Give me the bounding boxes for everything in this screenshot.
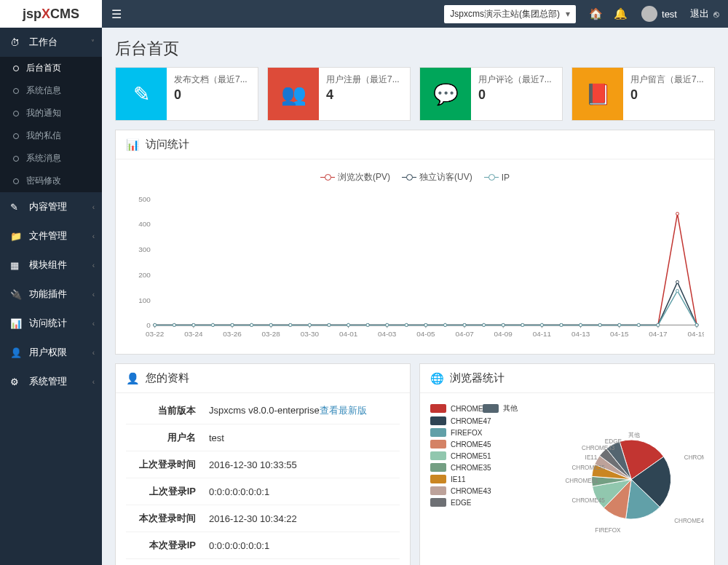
section-icon: ⏱ [10, 37, 23, 48]
pie-legend-swatch [430, 463, 446, 472]
legend-item[interactable]: 浏览次数(PV) [320, 171, 390, 183]
sidebar-section-2[interactable]: 📁文件管理‹ [0, 221, 102, 250]
stat-card-3[interactable]: 📕用户留言（最近7...0 [571, 67, 715, 121]
profile-value: 6 [206, 559, 400, 566]
svg-text:CHROME43: CHROME43 [582, 445, 615, 451]
latest-version-link[interactable]: 查看最新版 [320, 405, 367, 416]
stat-card-1[interactable]: 👥用户注册（最近7...4 [267, 67, 411, 121]
browser-stats-panel: 🌐 浏览器统计 CHROME其他CHROME47FIREFOXCHROME45C… [419, 363, 715, 565]
browser-stats-header: 🌐 浏览器统计 [420, 364, 714, 393]
svg-text:03-22: 03-22 [146, 330, 165, 338]
svg-point-101 [269, 323, 272, 326]
sidebar-section-6[interactable]: 👤用户权限‹ [0, 338, 102, 367]
pie-legend-label: CHROME45 [451, 440, 491, 449]
sidebar-item-0-0[interactable]: 后台首页 [0, 57, 102, 79]
pie-legend-item[interactable]: CHROME [430, 403, 483, 414]
profile-value: Jspxcms v8.0.0-enterprise查看最新版 [206, 398, 400, 424]
circle-icon [13, 156, 19, 162]
sidebar-item-label: 系统消息 [26, 152, 61, 165]
section-icon: 📁 [10, 231, 23, 242]
visit-stats-header: 📊 访问统计 [116, 130, 714, 159]
pie-legend-label: EDGE [451, 499, 471, 507]
legend-label: 独立访客(UV) [419, 171, 472, 183]
stat-card-title: 用户评论（最近7... [478, 74, 555, 86]
pie-legend-item[interactable]: EDGE [430, 498, 496, 507]
sidebar-item-0-2[interactable]: 我的通知 [0, 102, 102, 125]
pie-legend-item[interactable]: CHROME35 [430, 463, 496, 472]
user-icon: 👤 [126, 372, 140, 385]
main-content: 后台首页 ✎发布文档（最近7...0👥用户注册（最近7...4💬用户评论（最近7… [102, 0, 728, 565]
pie-legend-swatch [430, 416, 446, 425]
section-label: 工作台 [29, 36, 58, 49]
svg-point-93 [676, 280, 679, 283]
globe-icon: 🌐 [430, 372, 444, 385]
svg-point-116 [560, 323, 563, 326]
svg-point-112 [483, 323, 486, 326]
pie-legend-item[interactable]: CHROME47 [430, 416, 496, 425]
svg-text:IE11: IE11 [585, 454, 598, 461]
user-menu[interactable]: test [633, 6, 681, 22]
chevron-icon: ‹ [92, 203, 95, 211]
sidebar-section-7[interactable]: ⚙系统管理‹ [0, 367, 102, 396]
visit-stats-title: 访问统计 [146, 138, 189, 151]
stat-card-title: 发布文档（最近7... [174, 74, 250, 86]
sidebar-section-3[interactable]: ▦模块组件‹ [0, 250, 102, 280]
svg-point-107 [386, 323, 389, 326]
pie-legend-item[interactable]: CHROME43 [430, 486, 496, 495]
svg-point-104 [328, 323, 331, 326]
browser-stats-title: 浏览器统计 [450, 371, 505, 385]
pie-legend-item[interactable]: FIREFOX [430, 428, 496, 437]
sidebar-section-5[interactable]: 📊访问统计‹ [0, 309, 102, 338]
pie-legend-swatch [430, 475, 446, 483]
logout-button[interactable]: 退出 ⎋ [681, 7, 728, 20]
svg-text:CHROME45: CHROME45 [571, 497, 605, 504]
svg-text:03-24: 03-24 [184, 330, 203, 338]
section-icon: ▦ [10, 260, 23, 271]
pie-legend-label: IE11 [451, 475, 466, 483]
notifications-icon[interactable]: 🔔 [608, 0, 633, 28]
sidebar-section-1[interactable]: ✎内容管理‹ [0, 192, 102, 221]
sidebar-section-4[interactable]: 🔌功能插件‹ [0, 280, 102, 309]
legend-label: IP [502, 173, 510, 183]
svg-text:100: 100 [138, 296, 151, 304]
legend-item[interactable]: 独立访客(UV) [402, 171, 472, 183]
stat-card-value: 0 [174, 87, 250, 103]
home-icon[interactable]: 🏠 [583, 0, 608, 28]
pie-legend-swatch [430, 404, 446, 413]
pie-legend-swatch [483, 404, 499, 413]
svg-point-117 [579, 323, 582, 326]
circle-icon [13, 88, 19, 94]
sidebar-item-label: 后台首页 [26, 62, 61, 74]
svg-point-120 [637, 323, 640, 326]
profile-label: 本次登录IP [126, 532, 206, 559]
svg-point-103 [308, 323, 311, 326]
circle-icon [13, 111, 19, 116]
profile-label: 上次登录时间 [126, 451, 206, 478]
pie-legend-label: CHROME51 [451, 452, 491, 460]
sidebar-item-0-5[interactable]: 密码修改 [0, 170, 102, 192]
sidebar-item-0-1[interactable]: 系统信息 [0, 79, 102, 102]
sidebar-item-label: 我的通知 [26, 107, 61, 119]
site-selector-dropdown[interactable]: Jspxcms演示主站(集团总部) [444, 5, 576, 23]
svg-point-122 [676, 290, 679, 293]
pie-legend-swatch [430, 486, 446, 495]
sidebar-section-0[interactable]: ⏱工作台˅ [0, 28, 102, 57]
svg-text:500: 500 [138, 195, 151, 203]
pie-legend-item[interactable]: 其他 [483, 403, 532, 414]
stat-card-2[interactable]: 💬用户评论（最近7...0 [419, 67, 563, 121]
sidebar-item-0-4[interactable]: 系统消息 [0, 147, 102, 170]
pie-legend-item[interactable]: CHROME45 [430, 440, 496, 449]
brand-jsp: jsp [23, 7, 41, 22]
svg-text:CHROME: CHROME [684, 454, 704, 461]
legend-item[interactable]: IP [484, 173, 510, 183]
sidebar-item-label: 密码修改 [26, 175, 61, 187]
pie-legend-item[interactable]: IE11 [430, 475, 496, 483]
sidebar-item-0-3[interactable]: 我的私信 [0, 125, 102, 147]
legend-marker [402, 177, 416, 178]
svg-text:FIREFOX: FIREFOX [595, 527, 621, 534]
pie-legend-item[interactable]: CHROME51 [430, 451, 496, 460]
stat-card-icon: 📕 [572, 68, 623, 120]
sidebar-toggle-button[interactable]: ☰ [102, 0, 131, 28]
stat-card-0[interactable]: ✎发布文档（最近7...0 [115, 67, 258, 121]
svg-point-100 [250, 323, 253, 326]
